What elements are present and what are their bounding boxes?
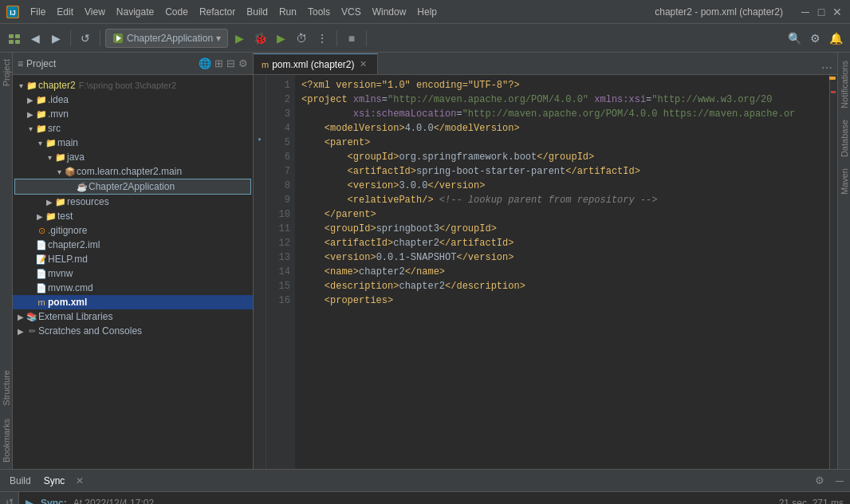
code-content[interactable]: <?xml version="1.0" encoding="UTF-8"?> <… [295, 75, 829, 469]
code-line-6: <groupId>org.springframework.boot</group… [301, 150, 823, 164]
tree-mvnw[interactable]: ▶ 📄 mvnw [13, 266, 253, 281]
code-line-5: <parent> [301, 136, 823, 150]
tree-resources[interactable]: ▶ 📁 resources [13, 195, 253, 209]
build-tab-build[interactable]: Build [6, 474, 34, 488]
profile-button[interactable]: ⏱ [292, 29, 311, 48]
tree-pom[interactable]: ▶ m pom.xml [13, 295, 253, 309]
maximize-button[interactable]: □ [815, 6, 828, 18]
code-line-13: <version>0.0.1-SNAPSHOT</version> [301, 250, 823, 265]
ln-8: 8 [266, 179, 290, 193]
package-icon: 📦 [64, 165, 77, 178]
mvn-arrow: ▶ [26, 110, 35, 119]
tree-help[interactable]: ▶ 📝 HELP.md [13, 252, 253, 266]
build-settings-btn[interactable]: ⚙ [815, 474, 824, 486]
tree-test[interactable]: ▶ 📁 test [13, 209, 253, 223]
tab-more-button[interactable]: ⋯ [817, 61, 837, 74]
root-path: F:\spring boot 3\chapter2 [79, 81, 176, 90]
pom-label: pom.xml [48, 297, 87, 308]
code-line-1: <?xml version="1.0" encoding="UTF-8"?> [301, 78, 823, 93]
bookmarks-side-button[interactable]: Bookmarks [2, 412, 11, 469]
toolbar-sep-2 [100, 30, 100, 46]
menu-navigate[interactable]: Navigate [112, 5, 159, 19]
ln-7: 7 [266, 164, 290, 179]
menu-build[interactable]: Build [242, 5, 273, 19]
notifications-button[interactable]: 🔔 [826, 29, 845, 48]
svg-rect-3 [15, 34, 20, 38]
panel-tool-btn-1[interactable]: 🌐 [199, 57, 211, 69]
minimize-button[interactable]: ─ [799, 6, 812, 18]
tree-gitignore[interactable]: ▶ ⊙ .gitignore [13, 223, 253, 238]
gutter-fold-5[interactable]: ▾ [254, 132, 266, 147]
tree-package[interactable]: ▾ 📦 com.learn.chapter2.main [13, 164, 253, 179]
build-rerun-btn[interactable]: ↺ [2, 495, 17, 504]
menu-view[interactable]: View [80, 5, 110, 19]
sync-button[interactable]: ↺ [76, 29, 95, 48]
menu-run[interactable]: Run [274, 5, 301, 19]
tree-iml[interactable]: ▶ 📄 chapter2.iml [13, 238, 253, 252]
svg-rect-5 [15, 40, 20, 44]
run-config-selector[interactable]: Chapter2Application ▾ [105, 29, 228, 48]
database-panel-button[interactable]: Database [840, 115, 849, 162]
tree-src[interactable]: ▾ 📁 src [13, 121, 253, 136]
class-icon: ☕ [76, 180, 89, 193]
project-icon[interactable] [5, 29, 24, 48]
resources-folder-icon: 📁 [54, 195, 67, 208]
scratch-arrow: ▶ [16, 327, 26, 336]
sync-row-icon: ▶ [26, 497, 34, 504]
run-button[interactable]: ▶ [230, 29, 249, 48]
tree-idea[interactable]: ▶ 📁 .idea [13, 93, 253, 107]
ln-10: 10 [266, 207, 290, 222]
gitignore-icon: ⊙ [35, 224, 48, 237]
menu-code[interactable]: Code [160, 5, 193, 19]
panel-settings-btn[interactable]: ⚙ [238, 57, 248, 69]
tree-java[interactable]: ▾ 📁 java [13, 150, 253, 164]
tree-mvnw-cmd[interactable]: ▶ 📄 mvnw.cmd [13, 281, 253, 295]
debug-button[interactable]: 🐞 [250, 29, 270, 48]
tree-ext-libs[interactable]: ▶ 📚 External Libraries [13, 309, 253, 324]
menu-window[interactable]: Window [368, 5, 411, 19]
settings-button[interactable]: ⚙ [805, 29, 824, 48]
project-tree: ▾ 📁 chapter2 F:\spring boot 3\chapter2 ▶… [13, 75, 253, 469]
more-run-button[interactable]: ⋮ [313, 29, 332, 48]
build-minimize-btn[interactable]: ─ [836, 474, 844, 487]
menu-vcs[interactable]: VCS [336, 5, 366, 19]
build-tab-sync[interactable]: Sync [41, 474, 69, 488]
gutter: ▾ [254, 75, 266, 469]
panel-tool-btn-3[interactable]: ⊟ [226, 57, 235, 69]
code-line-4: <modelVersion>4.0.0</modelVersion> [301, 121, 823, 136]
tree-scratches[interactable]: ▶ ✏ Scratches and Consoles [13, 324, 253, 338]
panel-tool-btn-2[interactable]: ⊞ [214, 57, 223, 69]
stop-button[interactable]: ■ [342, 29, 361, 48]
coverage-button[interactable]: ▶ [271, 29, 290, 48]
ln-2: 2 [266, 93, 290, 107]
menu-help[interactable]: Help [412, 5, 442, 19]
root-arrow: ▾ [16, 81, 26, 90]
tree-chapter2app[interactable]: ▶ ☕ Chapter2Application [14, 179, 251, 195]
code-line-14: <name>chapter2</name> [301, 265, 823, 279]
menu-tools[interactable]: Tools [303, 5, 335, 19]
ln-1: 1 [266, 78, 290, 93]
editor-tab-pom[interactable]: m pom.xml (chapter2) ✕ [254, 53, 378, 74]
menu-bar: File Edit View Navigate Code Refactor Bu… [26, 5, 655, 19]
scratch-icon: ✏ [26, 325, 38, 337]
forward-button[interactable]: ▶ [46, 29, 65, 48]
search-everywhere-button[interactable]: 🔍 [785, 29, 804, 48]
structure-side-button[interactable]: Structure [2, 364, 11, 412]
title-bar: IJ File Edit View Navigate Code Refactor… [0, 0, 850, 24]
back-button[interactable]: ◀ [26, 29, 45, 48]
notifications-panel-button[interactable]: Notifications [840, 56, 849, 113]
tree-root[interactable]: ▾ 📁 chapter2 F:\spring boot 3\chapter2 [13, 78, 253, 93]
project-side-button[interactable]: Project [2, 53, 11, 93]
ln-5: 5 [266, 136, 290, 150]
tree-main[interactable]: ▾ 📁 main [13, 136, 253, 150]
tree-mvn[interactable]: ▶ 📁 .mvn [13, 107, 253, 121]
menu-file[interactable]: File [26, 5, 50, 19]
pom-icon: m [35, 296, 48, 309]
java-label: java [67, 152, 85, 163]
menu-refactor[interactable]: Refactor [195, 5, 240, 19]
sync-tab-close[interactable]: ✕ [76, 475, 84, 486]
tab-close-pom[interactable]: ✕ [358, 59, 369, 70]
close-button[interactable]: ✕ [831, 6, 844, 18]
menu-edit[interactable]: Edit [52, 5, 78, 19]
maven-panel-button[interactable]: Maven [840, 163, 849, 199]
